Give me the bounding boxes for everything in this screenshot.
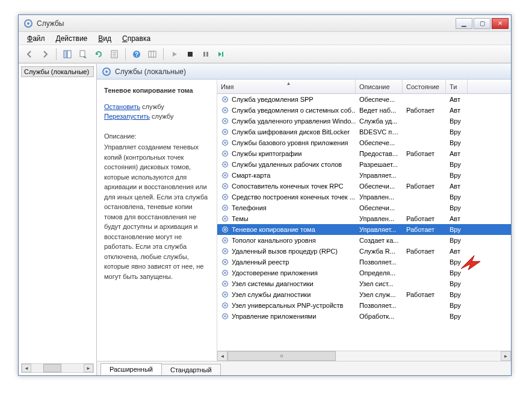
svg-rect-15: [203, 52, 205, 57]
svg-point-51: [224, 261, 226, 263]
nav-back-button[interactable]: [22, 47, 37, 61]
service-row[interactable]: Смарт-картаУправляет...Вру: [217, 170, 511, 181]
scroll-left-icon[interactable]: ◄: [217, 351, 227, 361]
scroll-left-icon[interactable]: ◄: [22, 364, 31, 372]
menu-help[interactable]: Справка: [117, 33, 155, 44]
service-row[interactable]: Службы криптографииПредостав...РаботаетА…: [217, 148, 511, 159]
scroll-right-icon[interactable]: ►: [84, 364, 93, 372]
nav-forward-button[interactable]: [38, 47, 52, 61]
service-row[interactable]: ТелефонияОбеспечи...Вру: [217, 202, 511, 213]
service-name: Удостоверение приложения: [232, 269, 318, 277]
service-name: Узел службы диагностики: [232, 291, 311, 298]
service-name: Смарт-карта: [232, 172, 270, 179]
service-desc-cell: Разрешает...: [356, 161, 403, 168]
service-row[interactable]: Управление приложениямиОбработк...Вру: [217, 311, 511, 322]
sort-ascending-icon: ▲: [286, 81, 291, 86]
service-name: Удаленный вызов процедур (RPC): [232, 248, 338, 255]
service-row[interactable]: ТемыУправлен...РаботаетАвт: [217, 213, 511, 224]
service-row[interactable]: Удаленный вызов процедур (RPC)Служба R..…: [217, 246, 511, 257]
menu-view[interactable]: Вид: [93, 33, 116, 44]
service-name: Служба шифрования дисков BitLocker: [232, 128, 350, 136]
service-type-cell: Вру: [446, 302, 468, 309]
description-heading: Описание:: [104, 131, 209, 142]
content-header: Службы (локальные): [97, 64, 511, 80]
svg-point-37: [224, 185, 226, 187]
view-tabs: Расширенный Стандартный: [97, 361, 511, 375]
service-row[interactable]: Узел службы диагностикиУзел служ...Работ…: [217, 289, 511, 300]
svg-point-29: [224, 142, 226, 144]
restart-service-link[interactable]: Перезапустить: [104, 113, 150, 120]
scroll-right-icon[interactable]: ►: [501, 351, 511, 361]
svg-point-43: [224, 217, 226, 220]
svg-rect-17: [222, 52, 223, 57]
svg-point-41: [224, 207, 226, 209]
service-state-cell: Работает: [403, 150, 446, 157]
service-row[interactable]: Теневое копирование томаУправляет...Рабо…: [217, 224, 511, 235]
service-row[interactable]: Сопоставитель конечных точек RPCОбеспечи…: [217, 181, 511, 192]
refresh-button[interactable]: [91, 47, 106, 61]
columns-button[interactable]: [145, 47, 159, 61]
col-state[interactable]: Состояние: [403, 80, 446, 93]
tree-hscrollbar[interactable]: ◄ ►: [21, 363, 94, 373]
service-row[interactable]: Служба уведомления о системных соб...Вед…: [217, 105, 511, 116]
col-name[interactable]: Имя▲: [217, 80, 356, 93]
service-row[interactable]: Узел универсальных PNP-устройствПозволяе…: [217, 300, 511, 311]
service-row[interactable]: Удостоверение приложенияОпределя...Вру: [217, 267, 511, 278]
pause-service-button[interactable]: [199, 47, 213, 61]
service-type-cell: Вру: [446, 269, 468, 277]
stop-service-button[interactable]: [183, 47, 197, 61]
scroll-thumb[interactable]: [227, 351, 336, 361]
tree-node-services-local[interactable]: Службы (локальные): [21, 66, 94, 77]
svg-point-35: [224, 174, 226, 177]
service-row[interactable]: Службы удаленных рабочих столовРазрешает…: [217, 159, 511, 170]
col-description[interactable]: Описание: [356, 80, 403, 93]
service-row[interactable]: Тополог канального уровняСоздает ка...Вр…: [217, 235, 511, 246]
service-desc-cell: Ведет наб...: [356, 107, 403, 114]
properties-button[interactable]: [107, 47, 122, 61]
menu-action[interactable]: Действие: [51, 33, 93, 44]
stop-service-link[interactable]: Остановить: [104, 103, 140, 110]
toolbar-separator: [56, 48, 57, 60]
scroll-thumb[interactable]: [43, 364, 61, 372]
svg-point-55: [224, 283, 226, 285]
svg-rect-4: [80, 51, 85, 57]
service-desc-cell: Обеспече...: [356, 96, 403, 103]
service-state-cell: Работает: [403, 248, 446, 255]
service-name: Управление приложениями: [232, 313, 316, 320]
service-type-cell: Вру: [446, 313, 468, 320]
close-button[interactable]: ✕: [492, 18, 509, 29]
maximize-button[interactable]: ▢: [474, 18, 490, 29]
list-hscrollbar[interactable]: ◄ ►: [217, 351, 511, 361]
services-list[interactable]: Служба уведомления SPPОбеспече...АвтСлуж…: [217, 94, 511, 351]
service-row[interactable]: Удаленный реестрПозволяет...Вру: [217, 257, 511, 267]
restart-service-button[interactable]: [214, 47, 229, 61]
tab-standard[interactable]: Стандартный: [161, 364, 221, 375]
svg-point-45: [224, 228, 226, 231]
col-type[interactable]: Ти: [446, 80, 468, 93]
svg-point-21: [224, 98, 226, 101]
svg-text:?: ?: [135, 51, 138, 58]
service-row[interactable]: Службы базового уровня приложенияОбеспеч…: [217, 137, 511, 148]
service-row[interactable]: Служба удаленного управления Windo...Слу…: [217, 116, 511, 127]
service-name-cell: Управление приложениями: [217, 312, 356, 320]
service-name: Узел системы диагностики: [232, 280, 314, 287]
export-list-button[interactable]: [76, 47, 90, 61]
tab-extended[interactable]: Расширенный: [101, 363, 162, 375]
service-name-cell: Служба уведомления о системных соб...: [217, 106, 356, 114]
service-name: Служба удаленного управления Windo...: [232, 117, 356, 125]
show-hide-tree-button[interactable]: [60, 47, 75, 61]
service-row[interactable]: Служба шифрования дисков BitLockerBDESVC…: [217, 127, 511, 137]
service-name-cell: Средство построения конечных точек ...: [217, 193, 356, 201]
service-type-cell: Вру: [446, 161, 468, 168]
service-name-cell: Теневое копирование тома: [217, 225, 356, 234]
minimize-button[interactable]: ▁: [456, 18, 472, 29]
help-button[interactable]: ?: [129, 47, 144, 61]
service-type-cell: Авт: [446, 215, 468, 222]
service-row[interactable]: Узел системы диагностикиУзел сист...Вру: [217, 278, 511, 289]
menu-file[interactable]: Файл: [22, 33, 50, 44]
start-service-button[interactable]: [167, 47, 182, 61]
service-row[interactable]: Служба уведомления SPPОбеспече...Авт: [217, 94, 511, 105]
svg-rect-2: [64, 51, 67, 58]
titlebar[interactable]: Службы ▁ ▢ ✕: [19, 15, 511, 32]
service-row[interactable]: Средство построения конечных точек ...Уп…: [217, 192, 511, 202]
